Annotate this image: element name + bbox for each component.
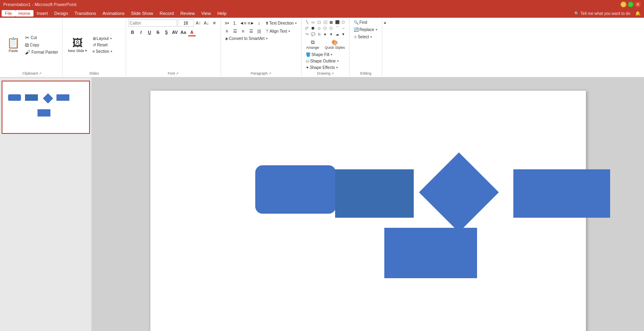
clipboard-label: Clipboard ↗ <box>4 71 60 75</box>
shape-more-btn[interactable]: ⬛ <box>334 19 340 25</box>
shape-frame-btn[interactable]: ⬡ <box>340 19 346 25</box>
menu-item-design[interactable]: Design <box>51 10 71 17</box>
close-button[interactable]: ✕ <box>635 2 641 7</box>
shape-penta-btn[interactable]: ⬠ <box>322 25 328 31</box>
menu-item-record[interactable]: Record <box>156 10 177 17</box>
menu-item-animations[interactable]: Animations <box>99 10 127 17</box>
shape-rect2-btn[interactable]: ▩ <box>328 19 334 25</box>
shape-line-btn[interactable]: ╲ <box>304 19 310 25</box>
menu-item-slideshow[interactable]: Slide Show <box>128 10 156 17</box>
font-format-row: B I U S S̤ AV Aa A <box>129 28 218 36</box>
find-button[interactable]: 🔍 Find <box>352 19 379 25</box>
text-direction-button[interactable]: ⬆ Text Direction ▼ <box>264 20 299 26</box>
canvas-area[interactable] <box>92 77 644 331</box>
ribbon-group-clipboard: 📋 Paste ✂ Cut ⧉ Copy 🖌 Format Painter C <box>2 19 63 76</box>
decrease-font-button[interactable]: A↓ <box>203 19 210 27</box>
menu-item-home[interactable]: Home <box>15 10 33 17</box>
shape-cloud-btn[interactable]: ☁ <box>334 31 340 37</box>
shape-rect-2[interactable] <box>513 169 610 218</box>
menu-item-view[interactable]: View <box>198 10 214 17</box>
copy-button[interactable]: ⧉ Copy <box>23 42 60 48</box>
shape-expand-btn[interactable]: ▼ <box>340 31 346 37</box>
shape-star-btn[interactable]: ★ <box>322 31 328 37</box>
format-painter-button[interactable]: 🖌 Format Painter <box>23 49 60 56</box>
strikethrough-button[interactable]: S <box>154 28 162 36</box>
drawing-expand-icon[interactable]: ↗ <box>331 72 334 75</box>
section-icon: ≡ <box>93 49 95 54</box>
menu-item-insert[interactable]: Insert <box>33 10 51 17</box>
increase-font-button[interactable]: A↑ <box>195 19 202 27</box>
slide-thumbnail-1[interactable] <box>2 81 90 134</box>
replace-button[interactable]: 🔄 Replace ▼ <box>352 27 379 33</box>
shape-effects-button[interactable]: ✦ Shape Effects ▼ <box>304 65 347 71</box>
font-name-input[interactable] <box>129 19 177 27</box>
bold-button[interactable]: B <box>129 28 137 36</box>
align-left-button[interactable]: ≡ <box>223 27 231 35</box>
menu-item-file[interactable]: File <box>2 10 15 17</box>
shape-rounded-btn[interactable]: ▢ <box>316 19 322 25</box>
shape-trap-btn[interactable]: ⬟ <box>310 25 316 31</box>
slides-content: 🖼 New Slide ▼ ⊞ Layout ▼ ↺ Reset ≡ <box>65 19 123 71</box>
quick-styles-button[interactable]: 🎨 Quick Styles <box>323 38 347 51</box>
shape-fill-button[interactable]: 🪣 Shape Fill ▼ <box>304 52 347 58</box>
shadow-button[interactable]: S̤ <box>163 28 171 36</box>
shape-para-btn[interactable]: ◸ <box>304 25 310 31</box>
shape-heart-btn[interactable]: ♥ <box>328 31 334 37</box>
reset-button[interactable]: ↺ Reset <box>91 42 123 48</box>
clear-format-button[interactable]: ✕ <box>211 19 218 27</box>
change-case-button[interactable]: Aa <box>179 28 188 36</box>
numbering-button[interactable]: 1. <box>231 19 239 27</box>
align-right-button[interactable]: ≡ <box>240 27 247 35</box>
notification-icon[interactable]: 🔔 <box>634 11 642 16</box>
clipboard-expand-icon[interactable]: ↗ <box>39 72 42 75</box>
shape-arrow-btn[interactable]: → <box>340 25 346 31</box>
shape-diamond-container[interactable] <box>413 157 505 228</box>
shape-hexa-btn[interactable]: ⬡ <box>328 25 334 31</box>
shape-rounded-rect[interactable] <box>255 165 336 214</box>
shape-rect-1[interactable] <box>335 169 414 218</box>
shape-wave-btn[interactable]: 〜 <box>304 31 310 37</box>
shape-snip-btn[interactable]: ⬜ <box>322 19 328 25</box>
justify-button[interactable]: ☰ <box>248 27 255 35</box>
shape-outline-button[interactable]: ▭ Shape Outline ▼ <box>304 58 347 64</box>
italic-button[interactable]: I <box>137 28 145 36</box>
shape-curve-btn[interactable]: ⌒ <box>334 25 340 31</box>
align-center-button[interactable]: ☰ <box>231 27 239 35</box>
select-button[interactable]: ⊹ Select ▼ <box>352 34 379 40</box>
section-button[interactable]: ≡ Section ▼ <box>91 48 123 54</box>
font-color-button[interactable]: A <box>188 28 196 36</box>
convert-smartart-button[interactable]: ◈ Convert to SmartArt ▼ <box>223 35 270 42</box>
paragraph-expand-icon[interactable]: ↗ <box>269 72 271 75</box>
arrange-button[interactable]: ⧉ Arrange <box>304 38 321 51</box>
char-spacing-button[interactable]: AV <box>171 28 179 36</box>
thumbnail-canvas <box>4 83 88 131</box>
new-slide-arrow: ▼ <box>85 49 88 52</box>
shape-callout-btn[interactable]: 💬 <box>310 31 316 37</box>
layout-button[interactable]: ⊞ Layout ▼ <box>91 35 123 42</box>
cut-button[interactable]: ✂ Cut <box>23 34 60 41</box>
layout-arrow: ▼ <box>110 37 113 40</box>
menu-item-transitions[interactable]: Transitions <box>71 10 99 17</box>
shape-effects-arrow: ▼ <box>336 66 338 69</box>
bullets-button[interactable]: ≡• <box>223 19 231 27</box>
font-size-input[interactable] <box>178 19 194 27</box>
menu-item-review[interactable]: Review <box>177 10 198 17</box>
new-slide-button[interactable]: 🖼 New Slide ▼ <box>65 33 90 57</box>
tell-me-text[interactable]: Tell me what you want to do <box>581 11 630 16</box>
collapse-ribbon-button[interactable]: ▲ <box>382 19 388 76</box>
menu-item-help[interactable]: Help <box>214 10 230 17</box>
shape-rect-btn[interactable]: ▭ <box>310 19 316 25</box>
underline-button[interactable]: U <box>146 28 154 36</box>
minimize-button[interactable]: ─ <box>621 2 626 7</box>
shape-ribbon-btn[interactable]: ⎗ <box>316 31 322 37</box>
indent-decrease-button[interactable]: ◄≡ <box>240 19 247 27</box>
maximize-button[interactable]: □ <box>628 2 634 7</box>
indent-increase-button[interactable]: ≡► <box>248 19 255 27</box>
columns-button[interactable]: ||| <box>256 27 263 35</box>
align-text-button[interactable]: ⊤ Align Text ▼ <box>264 28 292 34</box>
shape-rect-3[interactable] <box>384 228 477 278</box>
line-spacing-button[interactable]: ↕ <box>256 19 263 27</box>
shape-diamond-btn[interactable]: ◇ <box>316 25 322 31</box>
font-expand-icon[interactable]: ↗ <box>176 72 179 75</box>
paste-button[interactable]: 📋 Paste <box>4 33 23 57</box>
